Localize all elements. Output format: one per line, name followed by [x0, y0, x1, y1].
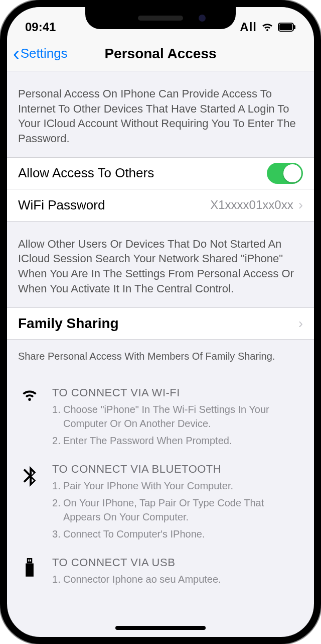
svg-rect-5 [28, 559, 29, 561]
instruction-step: Enter The Password When Prompted. [52, 434, 303, 448]
row-label: WiFi Password [18, 197, 210, 213]
svg-rect-6 [30, 559, 31, 561]
row-value: X1xxxx01xx0xx [210, 198, 293, 212]
row-label: Allow Access To Others [18, 165, 267, 181]
row-allow-access[interactable]: Allow Access To Others [7, 157, 314, 189]
wifi-icon [261, 22, 274, 32]
status-time: 09:41 [25, 20, 56, 34]
instruction-bluetooth: TO CONNECT VIA BLUETOOTH Pair Your IPhon… [18, 463, 303, 544]
screen: 09:41 All ‹ Settings Personal Access Per… [7, 7, 314, 637]
home-indicator [115, 626, 206, 630]
instruction-step: Connector Iphone ao seu Amputee. [52, 572, 303, 586]
back-button[interactable]: ‹ Settings [13, 44, 68, 63]
toggle-knob [283, 164, 301, 182]
row-label: Family Sharing [18, 315, 298, 332]
instruction-step: Pair Your IPhone With Your Computer. [52, 479, 303, 493]
instructions: TO CONNECT VIA WI-FI Choose "iPhone" In … [7, 386, 314, 602]
section-description-allow: Allow Other Users Or Devices That Do Not… [7, 222, 314, 307]
section-description-family: Share Personal Access With Members Of Fa… [7, 340, 314, 374]
svg-rect-2 [294, 25, 295, 29]
instruction-title: TO CONNECT VIA BLUETOOTH [52, 463, 303, 476]
earpiece [138, 16, 183, 21]
chevron-right-icon: › [298, 315, 303, 332]
content: Personal Access On IPhone Can Provide Ac… [7, 71, 314, 637]
front-camera [199, 15, 206, 22]
svg-rect-1 [279, 24, 292, 30]
svg-rect-4 [26, 563, 34, 576]
chevron-left-icon: ‹ [13, 44, 20, 63]
instruction-title: TO CONNECT VIA WI-FI [52, 386, 303, 399]
instruction-step: Choose "iPhone" In The Wi-Fi Settings In… [52, 402, 303, 431]
instruction-wifi: TO CONNECT VIA WI-FI Choose "iPhone" In … [18, 386, 303, 451]
volume-button [0, 228, 1, 283]
nav-header: ‹ Settings Personal Access [7, 36, 314, 71]
svg-rect-3 [27, 558, 33, 564]
volume-button [0, 118, 1, 153]
chevron-right-icon: › [298, 197, 303, 213]
instruction-usb: TO CONNECT VIA USB Connector Iphone ao s… [18, 556, 303, 589]
toggle-allow-access[interactable] [267, 163, 303, 184]
battery-icon [278, 23, 296, 32]
instruction-step: Connect To Computer's IPhone. [52, 527, 303, 541]
status-carrier: All [240, 20, 257, 34]
row-family-sharing[interactable]: Family Sharing › [7, 307, 314, 340]
row-wifi-password[interactable]: WiFi Password X1xxxx01xx0xx › [7, 189, 314, 222]
instruction-title: TO CONNECT VIA USB [52, 556, 303, 569]
device-frame: 09:41 All ‹ Settings Personal Access Per… [0, 0, 321, 644]
instruction-step: On Your IPhone, Tap Pair Or Type Code Th… [52, 496, 303, 524]
wifi-icon [18, 386, 41, 451]
section-description-top: Personal Access On IPhone Can Provide Ac… [7, 71, 314, 157]
usb-icon [18, 556, 41, 589]
volume-button [0, 163, 1, 218]
bluetooth-icon [18, 463, 41, 544]
notch [85, 7, 236, 29]
back-label: Settings [21, 46, 68, 61]
